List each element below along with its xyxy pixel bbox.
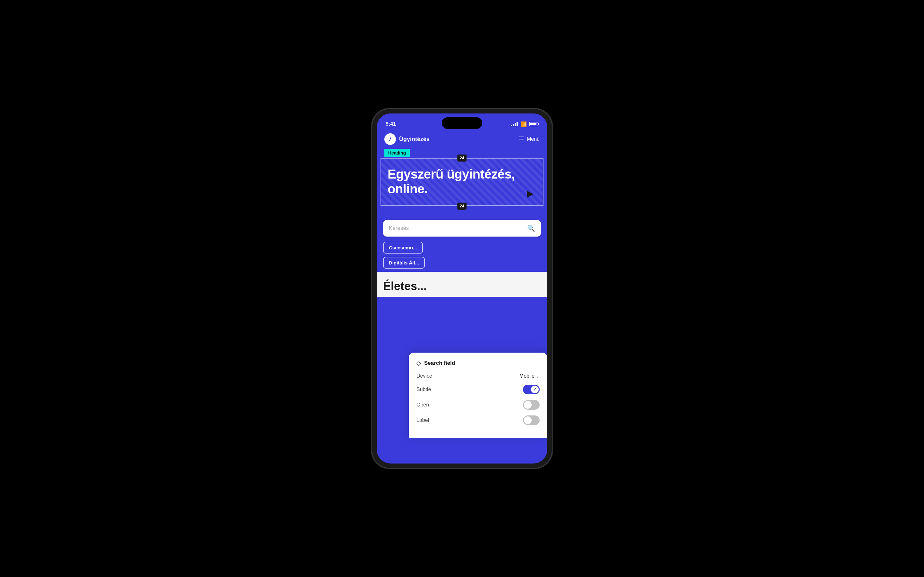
menu-label: Menü xyxy=(527,136,540,142)
hero-section: Heading 24 Egyszerű ügyintézés, online. … xyxy=(376,149,548,212)
signal-bars-icon xyxy=(511,122,518,126)
search-section: Keresés 🔍 xyxy=(376,212,548,242)
nav-title: Ügyintézés xyxy=(399,136,430,143)
logo-symbol: / xyxy=(389,136,391,143)
heading-badge: Heading xyxy=(384,149,410,157)
tag-pill-2[interactable]: Digitális Áll... xyxy=(383,257,425,269)
device-value: Mobile xyxy=(519,373,535,379)
panel-label-open: Open xyxy=(417,402,429,408)
hamburger-icon: ☰ xyxy=(519,135,524,143)
hero-title-line1: Egyszerű ügyintézés, xyxy=(388,167,515,181)
panel-row-device: Device Mobile ⌄ xyxy=(417,373,540,379)
device-select[interactable]: Mobile ⌄ xyxy=(519,373,540,379)
panel-title: Search field xyxy=(424,360,455,366)
battery-tip xyxy=(538,123,540,125)
signal-bar-4 xyxy=(517,122,518,126)
status-icons: 📶 xyxy=(511,121,538,127)
check-icon: ✓ xyxy=(533,387,537,392)
open-toggle[interactable] xyxy=(523,400,540,410)
bottom-section: Életes... xyxy=(376,272,548,297)
battery-fill xyxy=(530,123,536,125)
status-time: 9:41 xyxy=(386,121,396,127)
signal-bar-2 xyxy=(513,124,514,126)
panel-row-subtle: Subtle ✓ xyxy=(417,385,540,394)
hero-content-inner: Egyszerű ügyintézés, online. ▶ xyxy=(381,159,543,205)
battery-icon xyxy=(529,122,538,126)
panel-label-device: Device xyxy=(417,373,432,379)
hero-title-line2: online. xyxy=(388,182,428,196)
label-toggle-knob xyxy=(524,416,531,424)
diamond-icon: ◇ xyxy=(417,359,421,367)
search-placeholder: Keresés xyxy=(389,225,523,231)
floating-panel: ◇ Search field Device Mobile ⌄ Subtle xyxy=(409,353,548,438)
panel-row-label: Label xyxy=(417,416,540,425)
tags-section: Csecsemő... Digitális Áll... xyxy=(376,242,548,272)
phone-wrapper: 9:41 📶 xyxy=(369,103,555,474)
tag-pill-1[interactable]: Csecsemő... xyxy=(383,242,423,253)
chevron-down-icon: ⌄ xyxy=(536,374,540,379)
panel-label-subtle: Subtle xyxy=(417,387,431,392)
panel-header: ◇ Search field xyxy=(417,359,540,367)
nav-menu-button[interactable]: ☰ Menü xyxy=(519,135,540,143)
nav-bar: / Ügyintézés ☰ Menü xyxy=(376,130,548,149)
phone-screen: 9:41 📶 xyxy=(376,113,548,464)
wifi-icon: 📶 xyxy=(520,121,527,127)
cursor-icon: ▶ xyxy=(527,188,534,199)
panel-label-label: Label xyxy=(417,417,429,423)
hero-content: 24 Egyszerű ügyintézés, online. ▶ 24 xyxy=(381,158,543,206)
spacing-badge-top: 24 xyxy=(457,155,467,161)
subtle-toggle[interactable]: ✓ xyxy=(523,385,540,394)
spacing-badge-bottom: 24 xyxy=(457,203,467,210)
app-logo-icon: / xyxy=(384,133,396,145)
nav-logo: / Ügyintézés xyxy=(384,133,430,145)
hero-title: Egyszerű ügyintézés, online. xyxy=(388,167,536,196)
dynamic-island xyxy=(442,117,482,129)
label-toggle[interactable] xyxy=(523,416,540,425)
open-toggle-knob xyxy=(524,401,531,409)
signal-bar-1 xyxy=(511,125,512,126)
search-bar[interactable]: Keresés 🔍 xyxy=(383,220,541,237)
signal-bar-3 xyxy=(515,123,516,126)
search-icon[interactable]: 🔍 xyxy=(527,224,535,232)
subtle-toggle-knob: ✓ xyxy=(531,386,539,393)
panel-row-open: Open xyxy=(417,400,540,410)
phone-frame: 9:41 📶 xyxy=(372,109,552,468)
bottom-title: Életes... xyxy=(383,279,541,293)
